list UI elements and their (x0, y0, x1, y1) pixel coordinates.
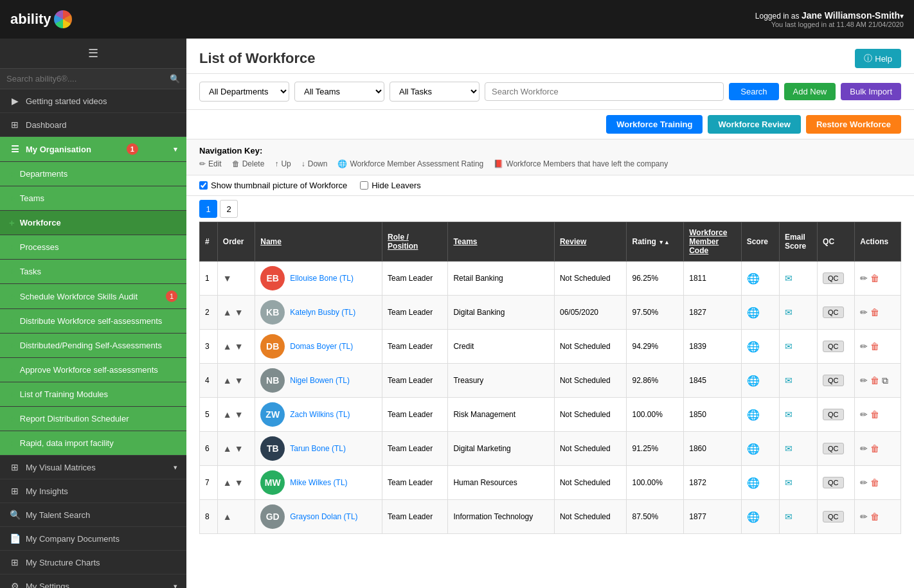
order-down-icon[interactable]: ▼ (235, 409, 244, 420)
score-icon[interactable]: 🌐 (747, 307, 760, 318)
order-up-icon[interactable]: ▲ (223, 409, 232, 420)
qc-button[interactable]: QC (823, 272, 844, 284)
delete-icon[interactable]: 🗑 (870, 375, 879, 386)
teams-sort-link[interactable]: Teams (453, 237, 477, 246)
email-icon[interactable]: ✉ (785, 443, 793, 454)
workforce-review-button[interactable]: Workforce Review (708, 115, 800, 134)
sidebar-item-settings[interactable]: ⚙ My Settings ▾ (0, 575, 186, 588)
sidebar-search-input[interactable] (6, 74, 170, 84)
order-down-icon[interactable]: ▼ (235, 375, 244, 386)
workforce-member-link[interactable]: Zach Wilkins (TL) (290, 410, 350, 419)
order-up-icon[interactable]: ▲ (223, 375, 232, 386)
qc-button[interactable]: QC (823, 341, 844, 352)
order-up-icon[interactable]: ▲ (223, 443, 232, 454)
delete-icon[interactable]: 🗑 (870, 512, 879, 522)
workforce-member-link[interactable]: Nigel Bowen (TL) (290, 376, 350, 385)
order-down-icon[interactable]: ▼ (235, 477, 244, 488)
name-sort-link[interactable]: Name (260, 237, 282, 246)
workforce-member-link[interactable]: Katelyn Busby (TL) (290, 308, 355, 317)
sidebar-item-dashboard[interactable]: ⊞ Dashboard (0, 113, 186, 137)
score-icon[interactable]: 🌐 (747, 512, 760, 522)
email-icon[interactable]: ✉ (785, 512, 793, 522)
edit-icon[interactable]: ✏ (860, 341, 868, 352)
qc-button[interactable]: QC (823, 477, 844, 488)
sidebar-item-getting-started[interactable]: ▶ Getting started videos (0, 89, 186, 113)
page-2-button[interactable]: 2 (220, 200, 238, 218)
role-sort-link[interactable]: Role /Position (388, 233, 418, 251)
score-icon[interactable]: 🌐 (747, 375, 760, 386)
delete-icon[interactable]: 🗑 (870, 273, 879, 283)
restore-workforce-button[interactable]: Restore Workforce (806, 115, 901, 134)
user-name[interactable]: Jane Williamson-Smith (802, 10, 900, 21)
edit-icon[interactable]: ✏ (860, 443, 868, 454)
workforce-member-link[interactable]: Domas Boyer (TL) (290, 342, 353, 351)
workforce-member-link[interactable]: Ellouise Bone (TL) (290, 274, 354, 283)
email-icon[interactable]: ✉ (785, 341, 793, 352)
sidebar-item-tasks[interactable]: + Tasks (0, 260, 186, 284)
sidebar-item-insights[interactable]: ⊞ My Insights (0, 479, 186, 503)
score-icon[interactable]: 🌐 (747, 409, 760, 420)
search-button[interactable]: Search (729, 83, 778, 100)
order-up-icon[interactable]: ▲ (223, 477, 232, 488)
order-down-icon[interactable]: ▼ (223, 273, 232, 283)
bulk-import-button[interactable]: Bulk Import (841, 83, 901, 100)
order-up-icon[interactable]: ▲ (223, 307, 232, 317)
edit-icon[interactable]: ✏ (860, 273, 868, 283)
sidebar-item-distribute[interactable]: + Distribute Workforce self-assessments (0, 309, 186, 334)
delete-icon[interactable]: 🗑 (870, 477, 879, 488)
review-sort-link[interactable]: Review (560, 237, 586, 246)
edit-icon[interactable]: ✏ (860, 477, 868, 488)
delete-icon[interactable]: 🗑 (870, 409, 879, 420)
order-up-icon[interactable]: ▲ (223, 341, 232, 352)
sidebar-item-approve[interactable]: + Approve Workforce self-assessments (0, 358, 186, 382)
email-icon[interactable]: ✉ (785, 273, 793, 283)
order-down-icon[interactable]: ▼ (235, 443, 244, 454)
qc-button[interactable]: QC (823, 511, 844, 522)
rating-sort-icons[interactable]: ▼▲ (658, 240, 670, 245)
edit-icon[interactable]: ✏ (860, 375, 868, 386)
order-down-icon[interactable]: ▼ (235, 341, 244, 352)
departments-filter[interactable]: All Departments (199, 82, 289, 102)
sidebar-item-report-dist[interactable]: + Report Distribution Scheduler (0, 407, 186, 431)
order-up-icon[interactable]: ▲ (223, 512, 232, 522)
sidebar-item-structure-charts[interactable]: ⊞ My Structure Charts (0, 551, 186, 575)
sidebar-item-workforce[interactable]: + Workforce (0, 211, 186, 235)
qc-button[interactable]: QC (823, 443, 844, 454)
score-icon[interactable]: 🌐 (747, 477, 760, 488)
hide-leavers-checkbox[interactable] (360, 181, 368, 190)
add-new-button[interactable]: Add New (784, 83, 836, 100)
sidebar-item-processes[interactable]: + Processes (0, 235, 186, 260)
edit-icon[interactable]: ✏ (860, 307, 868, 317)
workforce-member-link[interactable]: Mike Wilkes (TL) (290, 478, 347, 487)
edit-icon[interactable]: ✏ (860, 512, 868, 522)
delete-icon[interactable]: 🗑 (870, 341, 879, 352)
show-thumbnail-label[interactable]: Show thumbnail picture of Workforce (199, 181, 347, 190)
sidebar-item-distributed-pending[interactable]: + Distributed/Pending Self-Assessments (0, 334, 186, 358)
qc-button[interactable]: QC (823, 375, 844, 386)
sidebar-item-rapid-import[interactable]: + Rapid, data import facility (0, 431, 186, 456)
score-icon[interactable]: 🌐 (747, 443, 760, 454)
email-icon[interactable]: ✉ (785, 477, 793, 488)
score-icon[interactable]: 🌐 (747, 341, 760, 352)
search-workforce-input[interactable] (485, 82, 724, 101)
hide-leavers-label[interactable]: Hide Leavers (360, 181, 421, 190)
sidebar-item-visual-matrices[interactable]: ⊞ My Visual Matrices ▾ (0, 456, 186, 479)
tasks-filter[interactable]: All Tasks (390, 82, 479, 102)
sidebar-item-departments[interactable]: + Departments (0, 162, 186, 186)
email-icon[interactable]: ✉ (785, 409, 793, 420)
copy-icon[interactable]: ⧉ (882, 375, 888, 386)
sidebar-item-schedule-audit[interactable]: + Schedule Workforce Skills Audit 1 (0, 284, 186, 309)
delete-icon[interactable]: 🗑 (870, 307, 879, 317)
sidebar-item-talent-search[interactable]: 🔍 My Talent Search (0, 503, 186, 527)
edit-icon[interactable]: ✏ (860, 409, 868, 420)
qc-button[interactable]: QC (823, 409, 844, 420)
workforce-training-button[interactable]: Workforce Training (606, 115, 703, 134)
email-icon[interactable]: ✉ (785, 307, 793, 317)
workforce-member-link[interactable]: Grayson Dolan (TL) (290, 512, 357, 521)
hamburger-icon[interactable]: ☰ (0, 39, 186, 69)
qc-button[interactable]: QC (823, 307, 844, 318)
workforce-member-link[interactable]: Tarun Bone (TL) (290, 444, 346, 453)
delete-icon[interactable]: 🗑 (870, 443, 879, 454)
email-icon[interactable]: ✉ (785, 375, 793, 386)
score-icon[interactable]: 🌐 (747, 273, 760, 284)
